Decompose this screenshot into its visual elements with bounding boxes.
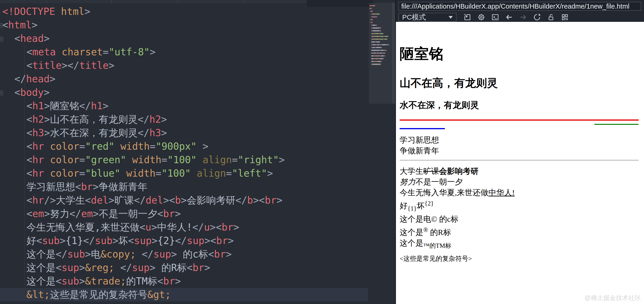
code-token: 不是一朝一夕	[99, 208, 157, 219]
minimap-line	[371, 61, 392, 62]
code-token: &copy;	[101, 248, 136, 260]
address-bar-input[interactable]	[398, 2, 641, 11]
code-line[interactable]: &lt;这些是常见的复杂符号&gt;	[0, 288, 368, 301]
terminal-icon[interactable]	[488, 13, 502, 22]
settings-icon[interactable]	[474, 13, 488, 22]
code-token: head	[20, 33, 44, 44]
code-line[interactable]: </head>	[0, 72, 368, 86]
code-token: <	[26, 100, 32, 112]
minimap-token	[376, 55, 378, 57]
code-token: >	[44, 33, 50, 44]
code-lines[interactable]: <!DOCTYPE html><html><head><meta charset…	[0, 5, 368, 301]
code-line[interactable]: 好<sub>{1}</sub>坏<sup>{2}</sup><br>	[0, 234, 368, 247]
qrcode-icon[interactable]	[558, 13, 572, 22]
code-line[interactable]: <hr color="blue" width="100" align="left…	[0, 167, 368, 180]
text-segment: {2}	[424, 200, 434, 207]
code-token: 争做新青年	[99, 181, 147, 192]
refresh-icon[interactable]	[530, 13, 544, 22]
code-token: h3	[32, 127, 44, 138]
minimap-line	[371, 41, 392, 43]
code-line[interactable]: 这个是</sub>电&copy; </sup> 的c标<br>	[0, 247, 368, 261]
minimap[interactable]	[370, 5, 392, 66]
fold-toggle[interactable]: –	[0, 23, 3, 28]
code-token: <	[56, 262, 62, 273]
code-line[interactable]: <html>	[0, 18, 368, 32]
code-token: color	[50, 154, 79, 166]
code-line[interactable]: <h3>水不在深，有龙则灵</h3>	[0, 126, 368, 140]
minimap-token	[378, 39, 380, 40]
minimap-token	[371, 61, 374, 62]
code-token: <	[169, 195, 175, 206]
open-in-browser-icon[interactable]	[460, 13, 474, 22]
code-line[interactable]: <body>	[0, 86, 368, 99]
minimap-token	[373, 33, 375, 34]
code-line[interactable]: 学习新思想<br>争做新青年	[0, 180, 368, 194]
code-line[interactable]: 今生无悔入华夏,来世还做<u>中华人!</u><br>	[0, 221, 368, 234]
minimap-token	[381, 55, 384, 57]
code-token: "red"	[85, 141, 114, 152]
text-segment: 好	[400, 202, 408, 210]
code-token: 坏	[118, 235, 128, 246]
top-strip-separator	[178, 0, 178, 4]
code-line[interactable]: <title></title>	[0, 59, 368, 72]
fold-toggle[interactable]: –	[0, 91, 3, 95]
code-token: >	[93, 208, 99, 219]
code-line[interactable]: <em>努力</em>不是一朝一夕<br>	[0, 207, 368, 221]
code-line[interactable]: <hr color="red" width="900px" >	[0, 140, 368, 153]
code-token: del	[146, 195, 163, 206]
code-token: </	[192, 222, 204, 233]
code-token: >	[32, 19, 37, 31]
code-token	[114, 141, 120, 152]
code-line[interactable]: <hr color="green" width="100" align="rig…	[0, 153, 368, 167]
code-line[interactable]: <meta charset="utf-8">	[0, 45, 368, 59]
rendered-text-line: 努力不是一朝一夕	[400, 177, 638, 187]
code-token: >	[161, 114, 167, 125]
code-token	[114, 262, 120, 273]
back-icon[interactable]	[502, 13, 516, 22]
code-token: >	[44, 208, 50, 219]
device-mode-dropdown[interactable]: PC模式	[398, 13, 456, 22]
code-token: <	[14, 33, 20, 44]
code-token: <	[157, 208, 163, 219]
minimap-line	[371, 50, 392, 51]
code-line[interactable]: <h1>陋室铭</h1>	[0, 99, 368, 113]
code-token: >	[44, 127, 50, 138]
code-editor-pane[interactable]: <!DOCTYPE html><html><head><meta charset…	[0, 0, 395, 304]
code-line[interactable]: 这个是<sup>&reg; </sup> 的R标<br>	[0, 261, 368, 274]
code-token: <	[85, 195, 91, 206]
minimap-line	[370, 8, 392, 9]
code-token: <	[157, 275, 163, 287]
top-strip-separator	[112, 0, 112, 4]
minimap-token	[384, 55, 385, 57]
minimap-token	[380, 33, 382, 34]
text-segment: 坏	[416, 202, 424, 210]
code-token: h3	[150, 127, 161, 138]
code-line[interactable]: <head>	[0, 32, 368, 45]
code-token	[44, 141, 50, 152]
code-token: />	[44, 195, 56, 206]
minimap-token	[373, 5, 374, 6]
code-token: >	[44, 87, 50, 98]
code-line[interactable]: <!DOCTYPE html>	[0, 5, 368, 18]
unlock-icon[interactable]	[544, 13, 558, 22]
code-token: 好	[26, 235, 36, 246]
minimap-line	[371, 44, 392, 45]
code-token: br	[81, 181, 93, 192]
code-token: 的TM标	[126, 275, 157, 287]
editor-scrollbar[interactable]	[392, 3, 395, 104]
code-line[interactable]: <hr/>大学生<del>旷课</del><b>会影响考研</b><br>	[0, 194, 368, 207]
minimap-token	[384, 58, 384, 59]
code-token: "utf-8"	[108, 46, 150, 58]
code-token: </	[142, 248, 154, 260]
code-token: h2	[32, 114, 44, 125]
minimap-token	[389, 44, 389, 45]
code-token: </	[70, 208, 81, 219]
fold-toggle[interactable]: –	[0, 37, 3, 41]
code-line[interactable]: <h2>山不在高，有龙则灵</h2>	[0, 113, 368, 126]
minimap-token	[378, 61, 380, 62]
code-token: br	[222, 222, 234, 233]
watermark-text: @稀土掘金技术社区	[584, 294, 641, 302]
text-segment: 的R标	[428, 228, 451, 237]
code-line[interactable]: 这个是<sub>&trade;的TM标<br>	[0, 274, 368, 288]
code-token: sup	[62, 262, 79, 273]
